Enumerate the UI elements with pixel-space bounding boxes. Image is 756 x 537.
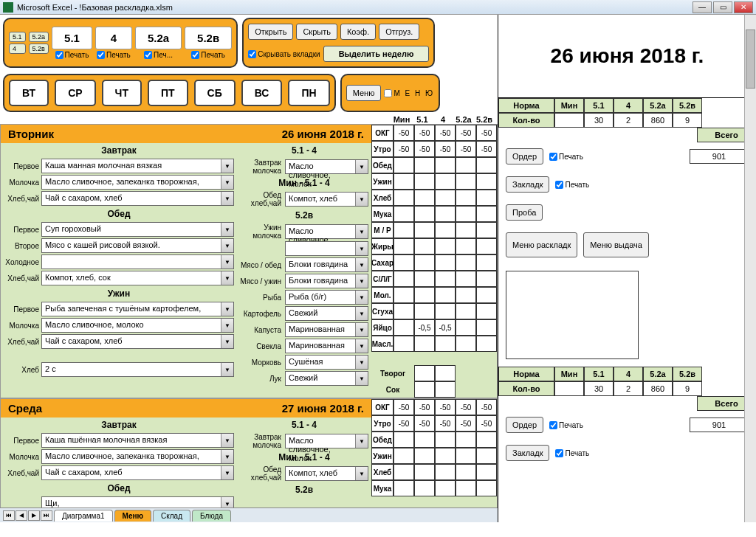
hide-tabs-cb[interactable] <box>248 50 256 58</box>
small-5-1[interactable]: 5.1 <box>9 32 26 42</box>
brk-milk[interactable]: Масло сливочное, запеканка творожная, <box>41 175 234 190</box>
prev-sheet[interactable]: ◀ <box>16 510 27 521</box>
d2-brk-first[interactable]: Каша пшённая молочная вязкая <box>41 433 234 448</box>
print-zaklad[interactable] <box>555 181 563 189</box>
r-potato[interactable]: Свежий <box>285 306 368 321</box>
brk-bread[interactable]: Чай с сахаром, хлеб <box>41 191 234 206</box>
lun-cold[interactable] <box>41 254 234 269</box>
day-name: Вторник <box>8 128 54 140</box>
lun-second[interactable]: Мясо с кашей рисовой вязкой. <box>41 238 234 253</box>
r-brk-milk[interactable]: Масло сливочное, молок <box>285 159 368 174</box>
maximize-button[interactable]: ▭ <box>713 1 732 13</box>
min-label: Мин <box>391 115 412 124</box>
d2-brk-bread[interactable]: Чай с сахаром, хлеб <box>41 465 234 480</box>
d2-r-brk[interactable]: Масло сливочное, молок <box>285 434 368 448</box>
next-sheet[interactable]: ▶ <box>28 510 40 521</box>
print-zaklad-2[interactable] <box>555 449 563 457</box>
window-title: Microsoft Excel - !Базовая раскладка.xls… <box>17 3 693 12</box>
menu-button[interactable]: Меню <box>346 85 382 101</box>
first-sheet[interactable]: ⏮ <box>3 510 15 521</box>
r-carrot[interactable]: Сушёная <box>285 355 368 370</box>
proba-button[interactable]: Проба <box>506 204 543 221</box>
menu-vydacha[interactable]: Меню выдача <box>583 232 649 257</box>
r-beet[interactable]: Маринованная <box>285 339 368 353</box>
day-pn[interactable]: ПН <box>288 80 329 106</box>
hide-button[interactable]: Скрыть <box>296 24 337 40</box>
r-obed-bread[interactable]: Компот, хлеб <box>285 192 368 207</box>
r-onion[interactable]: Свежий <box>285 371 368 386</box>
r-meat-din[interactable]: Блоки говядина <box>285 274 368 288</box>
lun-first[interactable]: Суп гороховый <box>41 222 234 237</box>
nutrition-grid-2: ОКГ-50-50-50-50-50 Утро-50-50-50-50-50 О… <box>371 399 497 496</box>
print-1[interactable] <box>55 51 63 59</box>
print-2[interactable] <box>97 51 105 59</box>
select-week-button[interactable]: Выделить неделю <box>323 46 430 62</box>
day-vt[interactable]: ВТ <box>9 80 49 106</box>
small-52a[interactable]: 5.2а <box>29 32 49 42</box>
val-5-1: 5.1 <box>52 27 92 49</box>
tab-bluda[interactable]: Блюда <box>192 510 231 522</box>
print-order-2[interactable] <box>549 421 557 429</box>
close-button[interactable]: ✕ <box>734 1 753 13</box>
day-pt[interactable]: ПТ <box>148 80 188 106</box>
val-52v: 5.2в <box>185 27 232 49</box>
last-sheet[interactable]: ⏭ <box>41 510 52 521</box>
print-3[interactable] <box>144 51 152 59</box>
preview-box <box>506 271 639 359</box>
d2-brk-milk[interactable]: Масло сливочное, запеканка творожная, <box>41 449 234 464</box>
small-52v[interactable]: 5.2в <box>29 44 49 54</box>
din-milk[interactable]: Масло сливочное, молоко <box>41 318 234 333</box>
day-sb[interactable]: СБ <box>194 80 236 106</box>
d2-r-obed[interactable]: Компот, хлеб <box>285 466 368 481</box>
menu-cb[interactable] <box>384 89 392 97</box>
minimize-button[interactable]: — <box>693 1 712 13</box>
excel-icon <box>3 2 13 13</box>
tab-sklad[interactable]: Склад <box>153 510 190 522</box>
order-button[interactable]: Ордер <box>506 148 543 164</box>
print-4[interactable] <box>191 51 199 59</box>
day-cht[interactable]: ЧТ <box>102 80 142 106</box>
small-4[interactable]: 4 <box>9 44 26 54</box>
r-fish[interactable]: Рыба (б/г) <box>285 290 368 305</box>
vertical-scrollbar[interactable] <box>744 15 756 522</box>
print-order[interactable] <box>549 153 557 161</box>
din-first[interactable]: Рыба запеченая с тушёным картофелем, <box>41 302 234 316</box>
order-button-2[interactable]: Ордер <box>506 417 543 433</box>
ship-button[interactable]: Отгруз. <box>379 24 419 40</box>
nutrition-grid: ОКГ-50-50-50-50-50 Утро-50-50-50-50-50 О… <box>371 125 497 398</box>
open-button[interactable]: Открыть <box>248 24 293 40</box>
menu-raskladk[interactable]: Меню раскладк <box>506 232 577 257</box>
day-date: 26 июня 2018 г. <box>282 128 364 140</box>
day-vs[interactable]: ВС <box>241 80 283 106</box>
r-meat-lunch[interactable]: Блоки говядина <box>285 257 368 272</box>
lun-bread[interactable]: Компот, хлеб, сок <box>41 271 234 285</box>
val-52a: 5.2а <box>135 27 182 49</box>
coef-button[interactable]: Коэф. <box>340 24 376 40</box>
zaklad-button[interactable]: Закладк <box>506 176 549 193</box>
zaklad-button-2[interactable]: Закладк <box>506 445 549 461</box>
din-bread[interactable]: Чай с сахаром, хлеб <box>41 334 234 349</box>
day-sr[interactable]: СР <box>55 80 95 106</box>
r-blank[interactable] <box>285 241 368 256</box>
r-din-milk[interactable]: Масло сливочное <box>285 224 368 239</box>
tab-diagram[interactable]: Диаграмма1 <box>54 510 113 522</box>
val-4: 4 <box>95 27 132 49</box>
bread-sel[interactable]: 2 с <box>41 362 234 377</box>
tab-menu[interactable]: Меню <box>114 510 151 522</box>
r-cabbage[interactable]: Маринованная <box>285 322 368 337</box>
brk-first[interactable]: Каша манная молочная вязкая <box>41 159 234 173</box>
big-date: 26 июня 2018 г. <box>498 15 756 98</box>
